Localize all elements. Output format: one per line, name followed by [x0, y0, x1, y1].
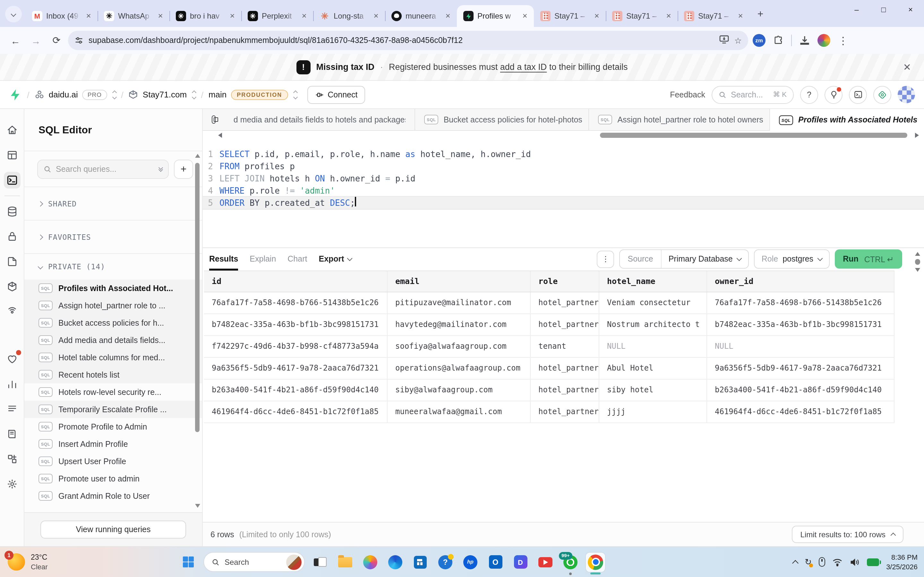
org-switcher-icon[interactable] [113, 91, 116, 98]
rail-database-icon[interactable] [3, 203, 20, 220]
editor-tab-add-media[interactable]: d media and details fields to hotels and… [225, 109, 415, 130]
new-query-button[interactable]: + [174, 159, 193, 179]
global-search[interactable]: Search... ⌘ K [712, 85, 794, 103]
taskbar-search[interactable]: Search [204, 552, 305, 572]
browser-tab-stay71-1[interactable]: Stay71 – × [534, 5, 606, 27]
browser-tab-whatsapp[interactable]: ✳ WhatsAp × [97, 5, 170, 27]
editor-horizontal-scrollbar[interactable] [203, 131, 924, 139]
edge-button[interactable] [386, 552, 405, 572]
rail-realtime-icon[interactable] [3, 303, 20, 320]
query-item[interactable]: SQLGrant Admin Role to User [24, 487, 202, 504]
notifications-bulb-button[interactable] [825, 85, 843, 103]
table-row[interactable]: b263a400-541f-4b21-a86f-d59f90d4c140siby… [204, 379, 895, 401]
chart-tab[interactable]: Chart [288, 248, 307, 270]
search-queries-input[interactable]: Search queries... [37, 159, 169, 179]
sql-code-editor[interactable]: 1SELECT p.id, p.email, p.role, h.name as… [203, 139, 924, 247]
browser-tab-bro[interactable]: ✳ bro i hav × [170, 5, 241, 27]
close-icon[interactable]: × [227, 11, 237, 21]
query-item[interactable]: SQLRecent hotels list [24, 366, 202, 384]
browser-profile-avatar[interactable] [816, 32, 832, 49]
sidebar-scrollbar[interactable] [194, 154, 201, 508]
query-item[interactable]: SQLHotels row-level security re... [24, 384, 202, 401]
close-icon[interactable]: × [299, 11, 309, 21]
view-running-queries-button[interactable]: View running queries [40, 521, 186, 538]
branch-switcher-icon[interactable] [294, 91, 297, 98]
source-database-select[interactable]: Source Primary Database [619, 250, 748, 269]
supabase-logo[interactable] [9, 88, 22, 101]
section-shared[interactable]: SHARED [24, 187, 202, 221]
query-item[interactable]: SQLPromote Profile to Admin [24, 418, 202, 435]
rail-auth-icon[interactable] [3, 228, 20, 245]
clock[interactable]: 8:36 PM 3/25/2026 [886, 552, 918, 571]
new-tab-button[interactable]: + [752, 6, 769, 23]
bookmark-star-icon[interactable]: ☆ [734, 35, 742, 45]
whatsapp-button[interactable]: 99+ [561, 552, 580, 572]
query-item[interactable]: SQLAssign hotel_partner role to ... [24, 297, 202, 314]
column-header[interactable]: hotel_name [599, 271, 707, 292]
help-button[interactable]: ? [800, 85, 818, 103]
results-kebab-icon[interactable]: ⋮ [597, 250, 614, 268]
column-header[interactable]: email [388, 271, 531, 292]
battery-icon[interactable] [867, 558, 879, 566]
close-icon[interactable]: × [443, 11, 453, 21]
browser-tab-github[interactable]: muneera × [385, 5, 457, 27]
close-icon[interactable]: × [371, 11, 381, 21]
scroll-down-icon[interactable] [195, 504, 200, 508]
column-header[interactable]: id [204, 271, 388, 292]
table-row[interactable]: 9a6356f5-5db9-4617-9a78-2aaca76d7321oper… [204, 358, 895, 379]
add-tax-id-link[interactable]: add a tax ID [500, 62, 547, 72]
youtube-button[interactable] [536, 552, 555, 572]
query-item[interactable]: SQLProfiles with Associated Hot... [24, 279, 202, 297]
query-item[interactable]: SQLBucket access policies for h... [24, 314, 202, 332]
tab-overview-button[interactable] [203, 109, 225, 130]
role-select[interactable]: Rolepostgres [754, 250, 829, 269]
close-icon[interactable]: × [591, 11, 602, 21]
rail-edge-functions-icon[interactable] [3, 278, 20, 295]
browser-tab-stay71-3[interactable]: Stay71 – × [678, 5, 750, 27]
copilot-button[interactable] [360, 552, 380, 572]
window-close-button[interactable]: × [897, 0, 924, 19]
install-icon[interactable] [720, 35, 729, 45]
scroll-up-icon[interactable] [915, 251, 920, 255]
table-row[interactable]: b7482eac-335a-463b-bf1b-3bc998151731havy… [204, 314, 895, 335]
table-row[interactable]: 76afa17f-7a58-4698-b766-51438b5e1c26piti… [204, 292, 895, 314]
query-item[interactable]: SQLTemporarily Escalate Profile ... [24, 401, 202, 418]
rail-integrations-icon[interactable] [3, 451, 20, 467]
forward-button[interactable]: → [27, 31, 45, 49]
outlook-button[interactable]: O [486, 552, 505, 572]
browser-tab-profiles-active[interactable]: Profiles w × [457, 5, 534, 27]
connect-button[interactable]: Connect [307, 85, 365, 103]
query-item[interactable]: SQLInsert Admin Profile [24, 435, 202, 453]
address-bar[interactable]: supabase.com/dashboard/project/npabenukm… [68, 31, 748, 50]
table-row[interactable]: 461964f4-d6cc-4de6-8451-b1c72f0f1a85mune… [204, 401, 895, 423]
hp-button[interactable]: hp [461, 552, 480, 572]
browser-menu-kebab-icon[interactable]: ⋮ [835, 32, 851, 49]
start-button[interactable] [178, 552, 198, 572]
terminal-button[interactable] [849, 85, 867, 103]
rail-storage-icon[interactable] [3, 253, 20, 270]
rail-sql-editor-icon[interactable] [3, 172, 20, 189]
project-switcher-icon[interactable] [192, 91, 196, 98]
rail-advisors-icon[interactable] [3, 351, 20, 367]
rail-reports-icon[interactable] [3, 376, 20, 392]
tray-expand-chevron-icon[interactable] [793, 559, 798, 565]
rail-table-editor-icon[interactable] [3, 147, 20, 163]
results-vertical-scrollbar[interactable] [914, 251, 921, 271]
browser-tab-stay71-2[interactable]: Stay71 – × [606, 5, 678, 27]
export-dropdown[interactable]: Export [318, 255, 352, 263]
close-icon[interactable]: × [520, 11, 530, 21]
editor-tab-profiles-active[interactable]: SQL Profiles with Associated Hotels [770, 109, 924, 131]
task-view-button[interactable] [310, 552, 330, 572]
tray-mouse-icon[interactable] [819, 557, 825, 567]
rail-api-docs-icon[interactable] [3, 426, 20, 442]
window-maximize-button[interactable]: □ [870, 0, 897, 19]
close-icon[interactable]: × [664, 11, 674, 21]
microsoft-store-button[interactable] [411, 552, 430, 572]
editor-tab-assign[interactable]: SQL Assign hotel_partner role to hotel o… [589, 109, 770, 130]
chrome-button[interactable] [586, 552, 605, 572]
browser-tab-longstay[interactable]: ✳ Long-sta × [313, 5, 385, 27]
results-tab[interactable]: Results [209, 248, 238, 270]
query-item[interactable]: SQLUpsert User Profile [24, 453, 202, 470]
zoom-extension-icon[interactable]: zm [751, 32, 767, 49]
tray-sync-icon[interactable]: ↻ [804, 557, 812, 567]
